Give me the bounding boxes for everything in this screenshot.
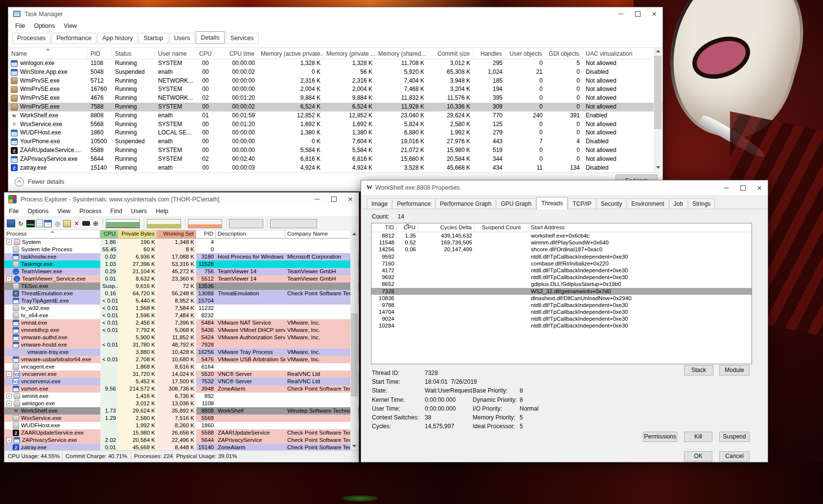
tree-collapse-icon[interactable]	[6, 401, 12, 406]
pe-process-row[interactable]: System Idle Process55.4560 K8 K0	[4, 246, 359, 253]
stack-button[interactable]: Stack	[684, 365, 713, 375]
tm-process-row[interactable]: WinStore.App.exe5048Suspendedenath0000:0…	[8, 68, 663, 77]
tm-column-header[interactable]: UAC virtualization	[583, 48, 654, 59]
tab-environment[interactable]: Environment	[627, 198, 668, 209]
pe-process-row[interactable]: vmnat.exe< 0.012,456 K7,396 K5484VMware …	[4, 319, 359, 327]
pe-process-row[interactable]: vmware-tray.exe3,880 K10,428 K16256VMwar…	[4, 349, 359, 356]
pe-column-header[interactable]: Description	[216, 230, 285, 239]
close-icon[interactable]	[646, 7, 663, 21]
pe-process-row[interactable]: WorkShelf.exe1.7329,624 K35,892 K8808Wor…	[4, 407, 359, 415]
tab-app-history[interactable]: App history	[97, 33, 138, 44]
pe-column-header[interactable]: CPU	[100, 230, 118, 239]
maximize-icon[interactable]	[325, 193, 342, 206]
thread-row[interactable]: 88121.35439,145,632workshelf.exe+0x6cb4c	[371, 232, 752, 239]
tm-vertical-scrollbar[interactable]	[654, 47, 662, 172]
close-icon[interactable]	[751, 180, 768, 195]
thread-row[interactable]: 115480.52169,739,505winmm.dll!PlaySoundW…	[371, 239, 752, 246]
thread-column-header[interactable]: TID	[371, 223, 397, 232]
pe-column-header[interactable]: Process	[4, 230, 100, 239]
thread-column-header[interactable]: Cycles Delta	[418, 223, 475, 232]
tm-column-header[interactable]: CPU	[196, 48, 215, 59]
tm-process-row[interactable]: WUDFHost.exe1860RunningLOCAL SE...0000:0…	[8, 129, 663, 137]
menu-item-file[interactable]: File	[4, 208, 23, 215]
pe-process-row[interactable]: vncserver.exe31,720 K14,024 K5520VNC® Se…	[4, 371, 359, 378]
tab-threads[interactable]: Threads	[536, 197, 568, 209]
tm-scrollbar-thumb[interactable]	[654, 56, 662, 129]
pe-process-row[interactable]: ThreatEmulation.exe0.1664,720 K56,248 K1…	[4, 290, 359, 297]
pe-process-row[interactable]: tv_x64.exe< 0.011,596 K7,484 K8232	[4, 312, 359, 319]
tm-column-header[interactable]: PID	[88, 48, 112, 59]
pe-process-row[interactable]: ZAARUpdateService.exe15,980 K26,656 K558…	[4, 429, 359, 437]
save-icon[interactable]	[7, 219, 15, 227]
maximize-icon[interactable]	[734, 180, 751, 195]
tab-security[interactable]: Security	[596, 198, 626, 209]
pe-process-row[interactable]: vmware-hostd.exe< 0.0131,780 K48,792 K79…	[4, 341, 359, 349]
pe-process-row[interactable]: ZAPrivacyService.exe2.0220,584 K22,496 K…	[4, 437, 359, 444]
tab-performance-graph[interactable]: Performance Graph	[435, 198, 496, 209]
minimize-icon[interactable]	[613, 7, 629, 21]
tm-column-header[interactable]: Handles	[473, 48, 505, 59]
maximize-icon[interactable]	[629, 7, 646, 21]
tab-strings[interactable]: Strings	[688, 198, 715, 209]
tab-services[interactable]: Services	[226, 33, 259, 44]
pe-process-row[interactable]: TrayTipAgentE.exe< 0.015,440 K8,952 K157…	[4, 297, 359, 305]
thread-row[interactable]: 9592ntdll.dll!TpCallbackIndependent+0xe3…	[371, 253, 752, 260]
lower-pane-icon[interactable]	[44, 220, 52, 227]
pe-process-row[interactable]: vsmon.exe9.56214,572 K308,736 K3948ZoneA…	[4, 385, 359, 393]
pe-titlebar[interactable]: Process Explorer - Sysinternals: www.sys…	[4, 193, 359, 206]
system-information-icon[interactable]	[26, 220, 35, 227]
menu-item-file[interactable]: File	[11, 22, 29, 29]
dialog-titlebar[interactable]: WorkShelf.exe:8808 Properties	[361, 180, 768, 195]
pe-column-header[interactable]: Private Bytes	[118, 230, 157, 239]
tm-process-row[interactable]: winlogon.exe1108RunningSYSTEM0000:00:001…	[8, 59, 663, 68]
tree-collapse-icon[interactable]	[6, 276, 12, 282]
pe-process-row[interactable]: vncserverui.exe5,452 K17,500 K7532VNC® S…	[4, 378, 359, 385]
pe-process-row[interactable]: vmware-usbarbitrator64.exe< 0.012,708 K1…	[4, 356, 359, 363]
thread-row[interactable]: 4172ntdll.dll!TpCallbackIndependent+0xe3…	[371, 267, 752, 274]
scroll-down-icon[interactable]	[350, 442, 358, 450]
menu-item-options[interactable]: Options	[29, 22, 59, 29]
tm-process-row[interactable]: WmiPrvSE.exe16760RunningSYSTEM0000:00:00…	[8, 85, 663, 94]
thread-row[interactable]: 10284ntdll.dll!TpCallbackIndependent+0xe…	[371, 322, 752, 329]
scroll-up-icon[interactable]	[350, 230, 358, 238]
pe-column-header[interactable]: Company Name	[285, 230, 351, 239]
menu-item-view[interactable]: View	[59, 22, 81, 29]
tree-collapse-icon[interactable]	[6, 438, 12, 443]
cpu-history-graph[interactable]	[106, 219, 140, 228]
menu-item-view[interactable]: View	[53, 208, 75, 215]
tab-performance[interactable]: Performance	[51, 33, 96, 44]
tab-performance[interactable]: Performance	[392, 198, 435, 209]
network-history-graph[interactable]	[270, 219, 317, 228]
tm-process-row[interactable]: ZAARUpdateService....5588RunningSYSTEM00…	[8, 146, 663, 155]
tm-column-header[interactable]: GDI objects	[546, 48, 583, 59]
thread-list[interactable]: TIDCPUCycles DeltaSuspend CountStart Add…	[371, 223, 752, 364]
menu-item-users[interactable]: Users	[127, 208, 152, 215]
tm-column-header[interactable]: CPU time	[215, 48, 258, 59]
tab-details[interactable]: Details	[196, 31, 224, 44]
pe-process-row[interactable]: wininit.exe1,416 K6,736 K892	[4, 393, 359, 400]
find-window-icon[interactable]	[91, 219, 100, 228]
scroll-up-icon[interactable]	[654, 47, 662, 55]
pe-process-row[interactable]: WsxService.exe1.292,580 K7,516 K5568	[4, 415, 359, 422]
tm-column-header[interactable]: Memory (private ...	[323, 48, 375, 59]
tab-tcp-ip[interactable]: TCP/IP	[568, 198, 596, 209]
tm-process-row[interactable]: WmiPrvSE.exe5712RunningNETWORK...0000:00…	[8, 77, 663, 86]
pe-process-row[interactable]: vncagent.exe1,868 K8,616 K6164	[4, 363, 359, 371]
tab-startup[interactable]: Startup	[138, 33, 168, 44]
gpu-history-graph[interactable]	[229, 219, 263, 228]
thread-row[interactable]: 9024ntdll.dll!TpCallbackIndependent+0xe3…	[371, 315, 752, 322]
pe-vertical-scrollbar[interactable]	[350, 230, 358, 450]
dll-view-icon[interactable]	[53, 219, 62, 228]
pe-process-row[interactable]: System1.86196 K1,348 K4	[4, 239, 359, 246]
kill-process-icon[interactable]	[72, 219, 81, 228]
suspend-button[interactable]: Suspend	[719, 432, 750, 442]
menu-item-options[interactable]: Options	[23, 208, 53, 215]
ok-button[interactable]: OK	[684, 451, 712, 461]
tree-collapse-icon[interactable]	[6, 240, 12, 245]
permissions-button[interactable]: Permissions	[643, 432, 677, 442]
scroll-down-icon[interactable]	[654, 163, 662, 172]
tm-column-header[interactable]: Memory (shared...	[375, 48, 427, 59]
tm-process-row[interactable]: YourPhone.exe10500Suspendedenath0000:00:…	[8, 137, 663, 146]
process-tree-icon[interactable]	[36, 219, 43, 227]
thread-row[interactable]: 142560.0620,147,499shcore.dll!Ordinal187…	[371, 246, 752, 253]
